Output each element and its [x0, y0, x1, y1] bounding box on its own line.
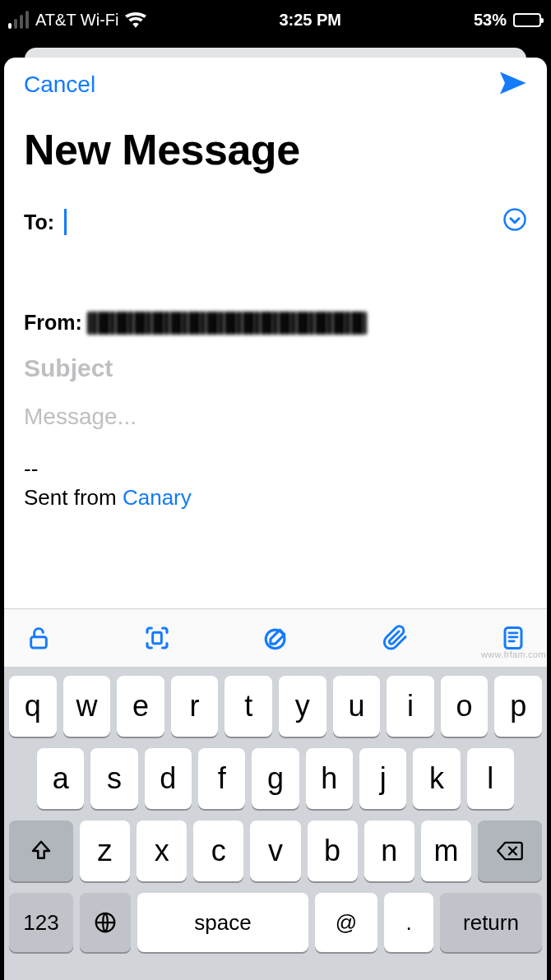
svg-point-0 — [505, 210, 526, 230]
key-f[interactable]: f — [198, 748, 245, 809]
key-l[interactable]: l — [467, 748, 514, 809]
globe-key[interactable] — [80, 893, 131, 952]
send-button[interactable] — [498, 68, 527, 101]
key-w[interactable]: w — [63, 676, 111, 737]
svg-rect-1 — [31, 637, 47, 648]
template-icon[interactable] — [501, 625, 526, 651]
key-a[interactable]: a — [37, 748, 84, 809]
signature-app-link[interactable]: Canary — [123, 485, 192, 510]
signature-prefix: Sent from — [24, 485, 123, 510]
key-g[interactable]: g — [252, 748, 299, 809]
from-row[interactable]: From: — [4, 303, 547, 343]
chevron-down-icon[interactable] — [502, 207, 527, 237]
shift-key[interactable] — [9, 821, 73, 881]
key-j[interactable]: j — [359, 748, 406, 809]
period-key[interactable]: . — [384, 893, 433, 952]
key-n[interactable]: n — [364, 821, 414, 881]
key-r[interactable]: r — [171, 676, 219, 737]
from-address-redacted — [87, 312, 367, 335]
key-k[interactable]: k — [413, 748, 460, 809]
key-d[interactable]: d — [145, 748, 192, 809]
cancel-button[interactable]: Cancel — [24, 72, 95, 98]
space-key[interactable]: space — [137, 893, 308, 952]
key-o[interactable]: o — [441, 676, 488, 737]
screen: AT&T Wi-Fi 3:25 PM 53% Cancel New Messag… — [0, 0, 551, 980]
message-body-input[interactable]: Message... — [4, 386, 547, 433]
keyboard: qwertyuiop asdfghjkl zxcvbnm 123 space @… — [4, 668, 547, 980]
subject-input[interactable]: Subject — [4, 343, 547, 386]
keyboard-row-4: 123 space @ . return — [9, 893, 542, 952]
return-key[interactable]: return — [440, 893, 542, 952]
clock-label: 3:25 PM — [279, 11, 341, 30]
key-b[interactable]: b — [308, 821, 358, 881]
key-y[interactable]: y — [279, 676, 326, 737]
key-p[interactable]: p — [494, 676, 542, 737]
paperclip-icon[interactable] — [382, 625, 409, 651]
key-t[interactable]: t — [225, 676, 272, 737]
status-bar: AT&T Wi-Fi 3:25 PM 53% — [0, 0, 551, 39]
battery-icon — [513, 13, 541, 27]
svg-rect-2 — [153, 632, 162, 643]
key-q[interactable]: q — [9, 676, 57, 737]
key-v[interactable]: v — [250, 821, 300, 881]
from-label: From: — [24, 311, 82, 335]
keyboard-row-1: qwertyuiop — [9, 676, 542, 737]
key-h[interactable]: h — [306, 748, 353, 809]
wifi-icon — [125, 12, 146, 28]
key-i[interactable]: i — [387, 676, 434, 737]
keyboard-row-3: zxcvbnm — [9, 821, 542, 881]
nav-bar: Cancel — [4, 58, 547, 112]
carrier-label: AT&T Wi-Fi — [35, 11, 118, 30]
compose-circle-icon[interactable] — [262, 624, 290, 652]
compose-toolbar — [4, 608, 547, 668]
backspace-key[interactable] — [478, 821, 542, 881]
numbers-key[interactable]: 123 — [9, 893, 73, 952]
key-s[interactable]: s — [90, 748, 137, 809]
key-e[interactable]: e — [117, 676, 164, 737]
battery-percent-label: 53% — [474, 11, 507, 30]
text-cursor — [64, 209, 67, 235]
watermark: www.frfam.com — [481, 649, 546, 659]
key-z[interactable]: z — [80, 821, 130, 881]
keyboard-row-2: asdfghjkl — [9, 748, 542, 809]
scan-icon[interactable] — [144, 625, 170, 651]
signature-block: -- Sent from Canary — [4, 433, 547, 520]
signature-divider: -- — [24, 455, 527, 483]
compose-sheet: Cancel New Message To: From: Subject Mes… — [4, 58, 547, 980]
to-row[interactable]: To: — [4, 199, 547, 245]
key-m[interactable]: m — [421, 821, 471, 881]
at-key[interactable]: @ — [315, 893, 377, 952]
key-c[interactable]: c — [193, 821, 243, 881]
key-x[interactable]: x — [137, 821, 187, 881]
page-title: New Message — [4, 112, 547, 199]
key-u[interactable]: u — [333, 676, 381, 737]
lock-open-icon[interactable] — [25, 625, 52, 651]
to-label: To: — [24, 210, 54, 234]
cellular-signal-icon — [8, 11, 29, 29]
